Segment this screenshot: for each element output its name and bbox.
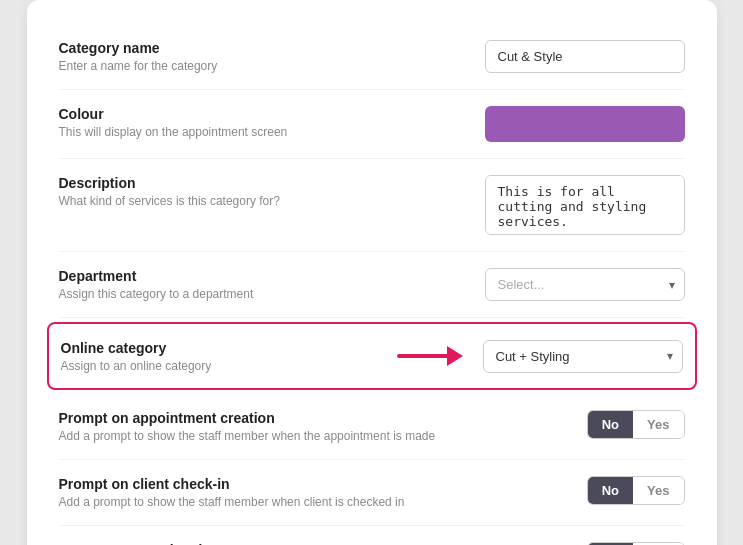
prompt-appointment-subtitle: Add a prompt to show the staff member wh… (59, 429, 461, 443)
prompt-payment-row: Prompt on completed payment Add a prompt… (59, 526, 685, 545)
online-category-row-wrapper: Online category Assign to an online cate… (59, 318, 685, 394)
prompt-appointment-yes-button[interactable]: Yes (633, 411, 683, 438)
description-row: Description What kind of services is thi… (59, 159, 685, 252)
category-name-subtitle: Enter a name for the category (59, 59, 461, 73)
department-select[interactable]: Select... Department A Department B (485, 268, 685, 301)
category-name-row: Category name Enter a name for the categ… (59, 24, 685, 90)
department-label: Department Assign this category to a dep… (59, 268, 485, 301)
prompt-checkin-no-button[interactable]: No (588, 477, 633, 504)
description-control: This is for all cutting and styling serv… (485, 175, 685, 235)
prompt-appointment-row: Prompt on appointment creation Add a pro… (59, 394, 685, 460)
online-category-inner: Online category Assign to an online cate… (61, 338, 683, 374)
prompt-appointment-label: Prompt on appointment creation Add a pro… (59, 410, 485, 443)
online-category-title: Online category (61, 340, 256, 356)
colour-row: Colour This will display on the appointm… (59, 90, 685, 159)
description-label: Description What kind of services is thi… (59, 175, 485, 208)
prompt-appointment-toggle: No Yes (587, 410, 685, 439)
description-subtitle: What kind of services is this category f… (59, 194, 461, 208)
department-control: Select... Department A Department B ▾ (485, 268, 685, 301)
colour-title: Colour (59, 106, 461, 122)
online-category-select-wrap: Select... Cut + Styling Colour Treatment… (483, 340, 683, 373)
prompt-checkin-control: No Yes (485, 476, 685, 505)
description-title: Description (59, 175, 461, 191)
colour-subtitle: This will display on the appointment scr… (59, 125, 461, 139)
arrow-wrap (280, 338, 483, 374)
prompt-appointment-no-button[interactable]: No (588, 411, 633, 438)
description-textarea[interactable]: This is for all cutting and styling serv… (485, 175, 685, 235)
prompt-checkin-subtitle: Add a prompt to show the staff member wh… (59, 495, 461, 509)
department-subtitle: Assign this category to a department (59, 287, 461, 301)
online-category-control: Select... Cut + Styling Colour Treatment… (483, 340, 683, 373)
prompt-checkin-title: Prompt on client check-in (59, 476, 461, 492)
category-name-input[interactable] (485, 40, 685, 73)
prompt-checkin-toggle: No Yes (587, 476, 685, 505)
category-name-label: Category name Enter a name for the categ… (59, 40, 485, 73)
colour-control (485, 106, 685, 142)
prompt-appointment-title: Prompt on appointment creation (59, 410, 461, 426)
department-title: Department (59, 268, 461, 284)
online-category-subtitle: Assign to an online category (61, 359, 256, 373)
prompt-checkin-row: Prompt on client check-in Add a prompt t… (59, 460, 685, 526)
online-category-row: Online category Assign to an online cate… (47, 322, 697, 390)
arrow-icon (395, 338, 475, 374)
category-name-control (485, 40, 685, 73)
department-row: Department Assign this category to a dep… (59, 252, 685, 318)
online-category-select[interactable]: Select... Cut + Styling Colour Treatment… (483, 340, 683, 373)
prompt-checkin-label: Prompt on client check-in Add a prompt t… (59, 476, 485, 509)
prompt-checkin-yes-button[interactable]: Yes (633, 477, 683, 504)
department-select-wrap: Select... Department A Department B ▾ (485, 268, 685, 301)
settings-card: Category name Enter a name for the categ… (27, 0, 717, 545)
online-category-label: Online category Assign to an online cate… (61, 340, 280, 373)
prompt-appointment-control: No Yes (485, 410, 685, 439)
colour-label: Colour This will display on the appointm… (59, 106, 485, 139)
color-swatch[interactable] (485, 106, 685, 142)
category-name-title: Category name (59, 40, 461, 56)
